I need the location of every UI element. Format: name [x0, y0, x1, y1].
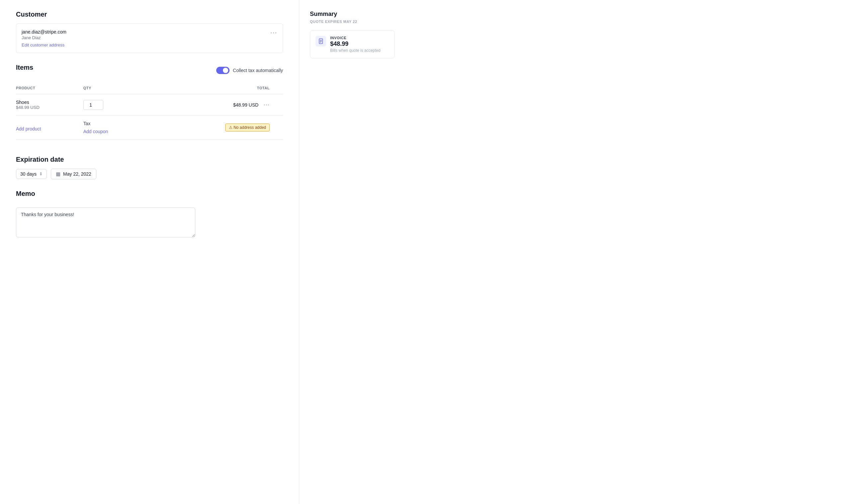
customer-card: jane.diaz@stripe.com Jane Diaz Edit cust…	[16, 23, 283, 53]
add-product-link[interactable]: Add product	[16, 126, 41, 131]
qty-input[interactable]	[83, 100, 103, 110]
expiration-section: Expiration date 30 days ⇕ ▦ May 22, 2022	[16, 156, 283, 179]
no-address-badge: ⚠ No address added	[225, 124, 270, 131]
invoice-icon	[316, 36, 326, 47]
items-header: Items Collect tax automatically	[16, 64, 283, 77]
days-value: 30 days	[20, 171, 37, 177]
invoice-sub: Bills when quote is accepted	[330, 48, 380, 53]
sidebar: Summary QUOTE EXPIRES MAY 22 INVOICE $48…	[299, 0, 405, 504]
days-select[interactable]: 30 days ⇕	[16, 169, 47, 179]
date-controls: 30 days ⇕ ▦ May 22, 2022	[16, 169, 283, 179]
tax-label: Tax	[83, 121, 91, 126]
col-qty: QTY	[83, 83, 150, 94]
customer-name: Jane Diaz	[22, 35, 277, 40]
product-price: $48.99 USD	[16, 105, 83, 110]
memo-title: Memo	[16, 190, 283, 198]
invoice-amount: $48.99	[330, 40, 380, 48]
quote-expires: QUOTE EXPIRES MAY 22	[310, 20, 394, 23]
chevron-up-down-icon: ⇕	[39, 172, 42, 176]
table-row-footer: Add product Tax Add coupon ⚠ No address …	[16, 115, 283, 140]
customer-more-button[interactable]: ···	[270, 29, 277, 36]
memo-textarea[interactable]: Thanks for your business!	[16, 208, 195, 237]
calendar-icon: ▦	[56, 171, 60, 177]
expiration-title: Expiration date	[16, 156, 283, 163]
col-product: PRODUCT	[16, 83, 83, 94]
items-table: PRODUCT QTY TOTAL Shoes $48.99 USD	[16, 83, 283, 140]
product-row-more-button[interactable]: ···	[264, 102, 270, 108]
date-display[interactable]: ▦ May 22, 2022	[51, 169, 96, 179]
customer-email: jane.diaz@stripe.com	[22, 29, 277, 35]
col-total: TOTAL	[150, 83, 270, 94]
invoice-info: INVOICE $48.99 Bills when quote is accep…	[330, 36, 380, 53]
items-section-title: Items	[16, 64, 33, 71]
invoice-label: INVOICE	[330, 36, 380, 40]
product-name: Shoes	[16, 100, 83, 105]
date-value: May 22, 2022	[63, 171, 91, 177]
tax-toggle[interactable]	[216, 67, 230, 74]
tax-toggle-area: Collect tax automatically	[216, 67, 283, 74]
memo-section: Memo Thanks for your business!	[16, 190, 283, 238]
customer-section-title: Customer	[16, 11, 283, 18]
summary-title: Summary	[310, 11, 394, 18]
add-coupon-link[interactable]: Add coupon	[83, 129, 108, 134]
tax-toggle-label: Collect tax automatically	[233, 68, 283, 73]
table-row: Shoes $48.99 USD $48.99 USD ···	[16, 94, 283, 115]
product-total: $48.99 USD	[233, 102, 259, 108]
invoice-card: INVOICE $48.99 Bills when quote is accep…	[310, 30, 394, 58]
edit-customer-address-link[interactable]: Edit customer address	[22, 42, 65, 48]
